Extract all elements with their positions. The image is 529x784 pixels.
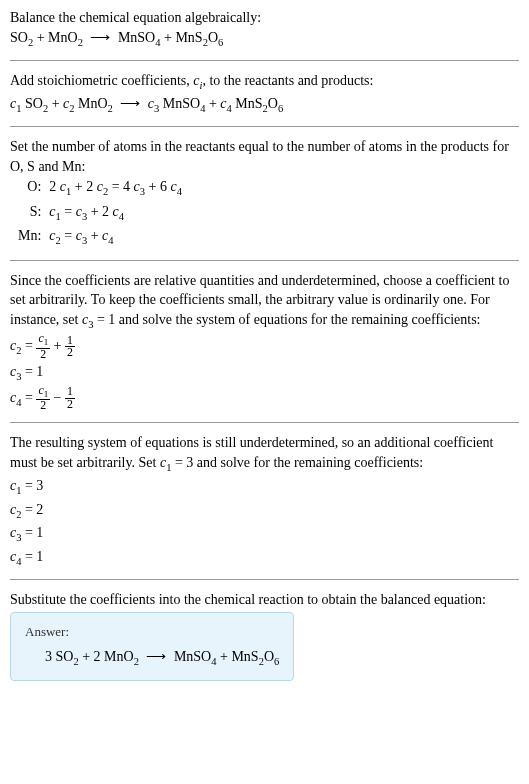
c4-value: c4 = 1: [10, 547, 519, 569]
c4-equation: c4 = c12 − 12: [10, 385, 519, 412]
element-label: Mn:: [14, 225, 45, 249]
step1: Balance the chemical equation algebraica…: [10, 8, 519, 50]
step4: Since the coefficients are relative quan…: [10, 271, 519, 413]
c2-value: c2 = 2: [10, 500, 519, 522]
step1-text: Balance the chemical equation algebraica…: [10, 8, 519, 28]
divider: [10, 60, 519, 61]
element-equation: c2 = c3 + c4: [45, 225, 186, 249]
divider: [10, 579, 519, 580]
step6-text: Substitute the coefficients into the che…: [10, 590, 519, 610]
table-row: Mn: c2 = c3 + c4: [14, 225, 186, 249]
element-equation: c1 = c3 + 2 c4: [45, 201, 186, 225]
divider: [10, 126, 519, 127]
table-row: O: 2 c1 + 2 c2 = 4 c3 + 6 c4: [14, 176, 186, 200]
step5: The resulting system of equations is sti…: [10, 433, 519, 569]
step5-text: The resulting system of equations is sti…: [10, 433, 519, 475]
c3-value: c3 = 1: [10, 523, 519, 545]
answer-equation: 3 SO2 + 2 MnO2 ⟶ MnSO4 + MnS2O6: [25, 647, 279, 669]
c2-equation: c2 = c12 + 12: [10, 333, 519, 360]
c3-equation: c3 = 1: [10, 362, 519, 384]
step2: Add stoichiometric coefficients, ci, to …: [10, 71, 519, 116]
element-label: O:: [14, 176, 45, 200]
atom-equations: O: 2 c1 + 2 c2 = 4 c3 + 6 c4 S: c1 = c3 …: [14, 176, 186, 249]
step6: Substitute the coefficients into the che…: [10, 590, 519, 680]
step3: Set the number of atoms in the reactants…: [10, 137, 519, 250]
divider: [10, 422, 519, 423]
divider: [10, 260, 519, 261]
table-row: S: c1 = c3 + 2 c4: [14, 201, 186, 225]
step3-text: Set the number of atoms in the reactants…: [10, 137, 519, 176]
answer-box: Answer: 3 SO2 + 2 MnO2 ⟶ MnSO4 + MnS2O6: [10, 612, 294, 681]
step1-equation: SO2 + MnO2 ⟶ MnSO4 + MnS2O6: [10, 28, 519, 50]
step2-equation: c1 SO2 + c2 MnO2 ⟶ c3 MnSO4 + c4 MnS2O6: [10, 94, 519, 116]
c1-value: c1 = 3: [10, 476, 519, 498]
step4-text: Since the coefficients are relative quan…: [10, 271, 519, 333]
element-equation: 2 c1 + 2 c2 = 4 c3 + 6 c4: [45, 176, 186, 200]
step2-text: Add stoichiometric coefficients, ci, to …: [10, 71, 519, 93]
answer-label: Answer:: [25, 623, 279, 641]
element-label: S:: [14, 201, 45, 225]
